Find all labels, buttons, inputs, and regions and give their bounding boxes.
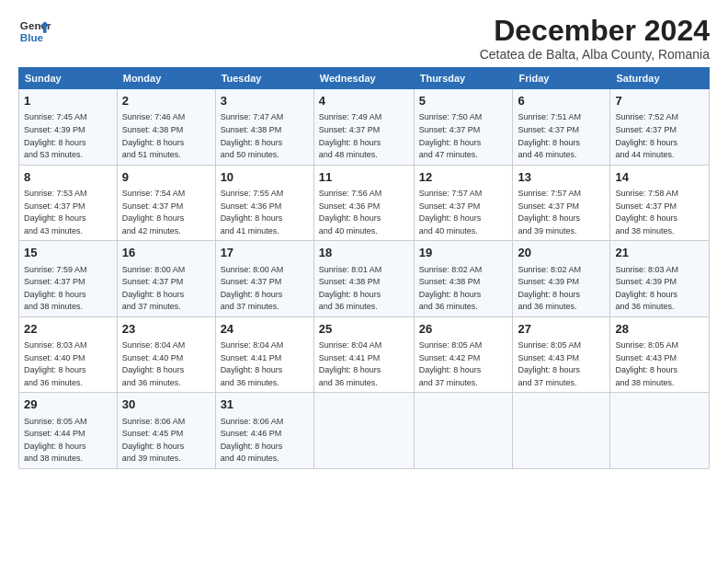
calendar-table: Sunday Monday Tuesday Wednesday Thursday… [18, 67, 710, 469]
col-monday: Monday [117, 68, 215, 89]
day-number: 17 [221, 245, 309, 261]
day-info: Sunrise: 7:52 AM Sunset: 4:37 PM Dayligh… [615, 112, 678, 159]
day-number: 12 [419, 169, 508, 186]
col-saturday: Saturday [610, 68, 710, 89]
day-number: 11 [319, 169, 409, 186]
day-number: 31 [221, 396, 309, 413]
calendar-cell: 11Sunrise: 7:56 AM Sunset: 4:36 PM Dayli… [313, 165, 414, 241]
day-info: Sunrise: 8:05 AM Sunset: 4:43 PM Dayligh… [615, 340, 678, 387]
col-tuesday: Tuesday [215, 68, 313, 89]
day-info: Sunrise: 7:53 AM Sunset: 4:37 PM Dayligh… [24, 189, 87, 236]
calendar-cell [610, 393, 710, 469]
day-info: Sunrise: 8:03 AM Sunset: 4:39 PM Dayligh… [615, 265, 678, 312]
day-info: Sunrise: 8:04 AM Sunset: 4:41 PM Dayligh… [319, 340, 382, 387]
day-number: 4 [319, 93, 409, 109]
day-number: 21 [615, 245, 704, 261]
calendar-cell: 7Sunrise: 7:52 AM Sunset: 4:37 PM Daylig… [610, 89, 710, 166]
calendar-cell: 25Sunrise: 8:04 AM Sunset: 4:41 PM Dayli… [313, 316, 414, 393]
header-row: Sunday Monday Tuesday Wednesday Thursday… [19, 68, 710, 89]
calendar-cell: 30Sunrise: 8:06 AM Sunset: 4:45 PM Dayli… [117, 393, 215, 469]
day-number: 13 [518, 169, 605, 186]
calendar-cell: 13Sunrise: 7:57 AM Sunset: 4:37 PM Dayli… [513, 165, 610, 241]
day-info: Sunrise: 7:58 AM Sunset: 4:37 PM Dayligh… [615, 189, 678, 236]
day-info: Sunrise: 7:49 AM Sunset: 4:37 PM Dayligh… [319, 112, 382, 159]
calendar-cell: 26Sunrise: 8:05 AM Sunset: 4:42 PM Dayli… [414, 316, 513, 393]
day-number: 24 [221, 321, 309, 338]
day-info: Sunrise: 8:03 AM Sunset: 4:40 PM Dayligh… [24, 340, 87, 387]
day-info: Sunrise: 8:01 AM Sunset: 4:38 PM Dayligh… [319, 265, 382, 312]
calendar-cell: 31Sunrise: 8:06 AM Sunset: 4:46 PM Dayli… [215, 393, 313, 469]
day-number: 1 [24, 93, 112, 109]
day-number: 20 [518, 245, 605, 261]
calendar-cell: 23Sunrise: 8:04 AM Sunset: 4:40 PM Dayli… [117, 316, 215, 393]
day-number: 30 [122, 396, 210, 413]
day-number: 10 [221, 169, 309, 186]
header: General Blue December 2024 Cetatea de Ba… [18, 15, 710, 62]
page-subtitle: Cetatea de Balta, Alba County, Romania [480, 47, 710, 62]
day-info: Sunrise: 7:55 AM Sunset: 4:36 PM Dayligh… [221, 189, 284, 236]
day-number: 27 [518, 321, 605, 338]
day-info: Sunrise: 8:05 AM Sunset: 4:43 PM Dayligh… [518, 340, 581, 387]
day-info: Sunrise: 7:56 AM Sunset: 4:36 PM Dayligh… [319, 189, 382, 236]
col-thursday: Thursday [414, 68, 513, 89]
calendar-cell: 4Sunrise: 7:49 AM Sunset: 4:37 PM Daylig… [313, 89, 414, 166]
day-number: 14 [615, 169, 704, 186]
day-info: Sunrise: 8:00 AM Sunset: 4:37 PM Dayligh… [221, 265, 284, 312]
day-info: Sunrise: 8:02 AM Sunset: 4:38 PM Dayligh… [419, 265, 483, 312]
day-info: Sunrise: 7:45 AM Sunset: 4:39 PM Dayligh… [24, 112, 87, 159]
logo: General Blue [18, 15, 55, 48]
day-number: 25 [319, 321, 409, 338]
logo-icon: General Blue [18, 15, 51, 48]
day-number: 8 [24, 169, 112, 186]
day-number: 5 [419, 93, 508, 109]
svg-text:Blue: Blue [20, 31, 44, 43]
day-number: 29 [24, 396, 112, 413]
calendar-cell: 28Sunrise: 8:05 AM Sunset: 4:43 PM Dayli… [610, 316, 710, 393]
day-info: Sunrise: 8:05 AM Sunset: 4:44 PM Dayligh… [24, 417, 87, 464]
day-info: Sunrise: 7:50 AM Sunset: 4:37 PM Dayligh… [419, 112, 483, 159]
calendar-cell: 3Sunrise: 7:47 AM Sunset: 4:38 PM Daylig… [215, 89, 313, 166]
calendar-cell: 8Sunrise: 7:53 AM Sunset: 4:37 PM Daylig… [19, 165, 118, 241]
day-number: 22 [24, 321, 112, 338]
day-info: Sunrise: 7:59 AM Sunset: 4:37 PM Dayligh… [24, 265, 87, 312]
calendar-cell: 9Sunrise: 7:54 AM Sunset: 4:37 PM Daylig… [117, 165, 215, 241]
calendar-cell: 20Sunrise: 8:02 AM Sunset: 4:39 PM Dayli… [513, 241, 610, 317]
day-info: Sunrise: 8:04 AM Sunset: 4:40 PM Dayligh… [122, 340, 186, 387]
day-number: 7 [615, 93, 704, 109]
calendar-cell: 16Sunrise: 8:00 AM Sunset: 4:37 PM Dayli… [117, 241, 215, 317]
calendar-cell: 10Sunrise: 7:55 AM Sunset: 4:36 PM Dayli… [215, 165, 313, 241]
day-info: Sunrise: 8:06 AM Sunset: 4:45 PM Dayligh… [122, 417, 186, 464]
day-number: 28 [615, 321, 704, 338]
day-number: 3 [221, 93, 309, 109]
calendar-cell: 2Sunrise: 7:46 AM Sunset: 4:38 PM Daylig… [117, 89, 215, 166]
calendar-cell: 18Sunrise: 8:01 AM Sunset: 4:38 PM Dayli… [313, 241, 414, 317]
calendar-cell: 5Sunrise: 7:50 AM Sunset: 4:37 PM Daylig… [414, 89, 513, 166]
day-info: Sunrise: 8:04 AM Sunset: 4:41 PM Dayligh… [221, 340, 284, 387]
day-number: 16 [122, 245, 210, 261]
page: General Blue December 2024 Cetatea de Ba… [0, 0, 728, 563]
calendar-cell: 24Sunrise: 8:04 AM Sunset: 4:41 PM Dayli… [215, 316, 313, 393]
day-info: Sunrise: 8:06 AM Sunset: 4:46 PM Dayligh… [221, 417, 284, 464]
day-number: 9 [122, 169, 210, 186]
col-wednesday: Wednesday [313, 68, 414, 89]
week-row-2: 8Sunrise: 7:53 AM Sunset: 4:37 PM Daylig… [19, 165, 710, 241]
calendar-cell: 1Sunrise: 7:45 AM Sunset: 4:39 PM Daylig… [19, 89, 118, 166]
calendar-cell: 22Sunrise: 8:03 AM Sunset: 4:40 PM Dayli… [19, 316, 118, 393]
calendar-cell: 15Sunrise: 7:59 AM Sunset: 4:37 PM Dayli… [19, 241, 118, 317]
day-info: Sunrise: 7:57 AM Sunset: 4:37 PM Dayligh… [419, 189, 483, 236]
calendar-cell: 21Sunrise: 8:03 AM Sunset: 4:39 PM Dayli… [610, 241, 710, 317]
calendar-cell: 19Sunrise: 8:02 AM Sunset: 4:38 PM Dayli… [414, 241, 513, 317]
week-row-3: 15Sunrise: 7:59 AM Sunset: 4:37 PM Dayli… [19, 241, 710, 317]
day-info: Sunrise: 7:47 AM Sunset: 4:38 PM Dayligh… [221, 112, 284, 159]
page-title: December 2024 [480, 15, 710, 47]
day-number: 26 [419, 321, 508, 338]
day-number: 23 [122, 321, 210, 338]
calendar-cell: 12Sunrise: 7:57 AM Sunset: 4:37 PM Dayli… [414, 165, 513, 241]
calendar-cell: 14Sunrise: 7:58 AM Sunset: 4:37 PM Dayli… [610, 165, 710, 241]
calendar-cell [414, 393, 513, 469]
day-number: 6 [518, 93, 605, 109]
day-info: Sunrise: 7:54 AM Sunset: 4:37 PM Dayligh… [122, 189, 186, 236]
day-info: Sunrise: 8:02 AM Sunset: 4:39 PM Dayligh… [518, 265, 581, 312]
day-info: Sunrise: 7:46 AM Sunset: 4:38 PM Dayligh… [122, 112, 186, 159]
col-friday: Friday [513, 68, 610, 89]
